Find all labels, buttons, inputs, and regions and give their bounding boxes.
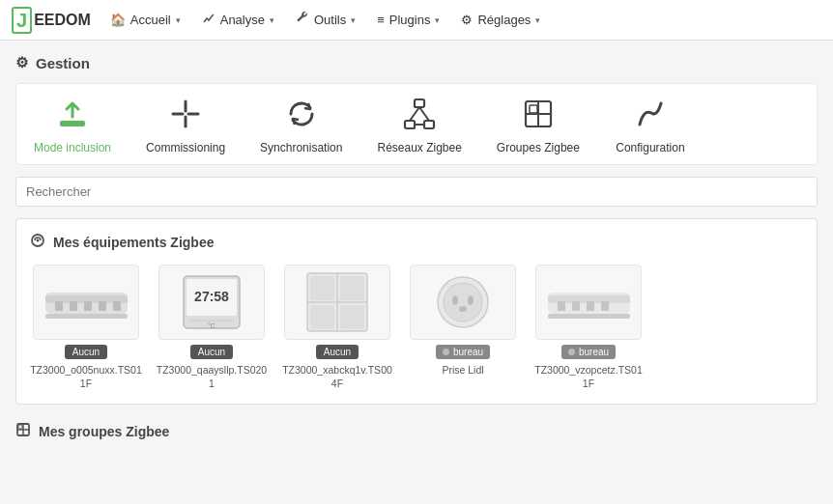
icon-toolbar: Mode inclusion Commissioning xyxy=(15,83,818,165)
nav-label-outils: Outils xyxy=(314,13,346,27)
svg-point-16 xyxy=(37,239,40,242)
svg-point-40 xyxy=(468,295,474,305)
search-input[interactable] xyxy=(15,177,818,207)
svg-text:°C: °C xyxy=(208,322,215,329)
badge-2: Aucun xyxy=(190,345,233,359)
socket-svg xyxy=(434,273,492,331)
svg-rect-52 xyxy=(18,425,22,429)
equip-img-box-3 xyxy=(284,265,390,340)
groupes-zigbee-label: Groupes Zigbee xyxy=(497,141,580,154)
equip-name-2: TZ3000_qaaysllp.TS0201 xyxy=(156,364,268,390)
svg-rect-21 xyxy=(84,301,92,311)
groupes-zigbee-icon xyxy=(520,96,557,135)
nav-item-outils[interactable]: Outils ▾ xyxy=(286,0,365,41)
equip-card-4[interactable]: bureau Prise Lidl xyxy=(407,265,519,378)
commissioning-label: Commissioning xyxy=(146,141,225,154)
navbar: J EEDOM 🏠 Accueil ▾ Analyse ▾ Outils ▾ ≡… xyxy=(0,0,833,41)
equip-img-box-5 xyxy=(535,265,642,340)
svg-rect-22 xyxy=(99,301,106,311)
equipements-title: Mes équipements Zigbee xyxy=(30,233,803,251)
svg-rect-14 xyxy=(530,105,537,113)
configuration-label: Configuration xyxy=(616,141,684,154)
svg-rect-35 xyxy=(310,305,334,329)
svg-line-9 xyxy=(419,107,429,121)
svg-point-38 xyxy=(444,283,482,322)
equip-card-1[interactable]: Aucun TZ3000_o005nuxx.TS011F xyxy=(30,265,142,390)
toolbar-mode-inclusion[interactable]: Mode inclusion xyxy=(16,84,129,164)
toolbar-groupes-zigbee[interactable]: Groupes Zigbee xyxy=(479,84,597,164)
svg-text:27:58: 27:58 xyxy=(194,289,229,304)
toolbar-synchronisation[interactable]: Synchronisation xyxy=(243,84,359,164)
synchronisation-label: Synchronisation xyxy=(260,141,342,154)
svg-rect-33 xyxy=(310,276,334,300)
equip-img-box-4 xyxy=(410,265,516,340)
home-icon: 🏠 xyxy=(110,13,126,27)
svg-rect-7 xyxy=(424,121,434,128)
groupes-icon xyxy=(15,422,31,440)
synchronisation-icon xyxy=(283,96,320,135)
equipements-grid: Aucun TZ3000_o005nuxx.TS011F 27:58 °C A xyxy=(30,265,803,390)
badge-4: bureau xyxy=(436,345,490,359)
equip-card-2[interactable]: 27:58 °C Aucun TZ3000_qaaysllp.TS0201 xyxy=(156,265,268,390)
outils-icon xyxy=(296,12,309,28)
svg-rect-19 xyxy=(55,301,63,311)
equip-card-5[interactable]: bureau TZ3000_vzopcetz.TS011F xyxy=(532,265,645,390)
svg-rect-23 xyxy=(113,301,121,311)
brand-logo[interactable]: J EEDOM xyxy=(12,7,91,34)
nav-item-plugins[interactable]: ≡ Plugins ▾ xyxy=(367,0,449,41)
nav-item-reglages[interactable]: ⚙ Réglages ▾ xyxy=(451,0,550,41)
nav-item-accueil[interactable]: 🏠 Accueil ▾ xyxy=(101,0,190,41)
main-content: ⚙ Gestion Mode inclusion xyxy=(0,41,833,504)
nav-label-analyse: Analyse xyxy=(220,13,265,27)
commissioning-icon xyxy=(167,96,204,135)
nav-label-plugins: Plugins xyxy=(389,13,431,27)
badge-5: bureau xyxy=(561,345,616,359)
powerstrip2-svg xyxy=(543,278,635,326)
reseaux-zigbee-label: Réseaux Zigbee xyxy=(377,141,461,154)
toolbar-configuration[interactable]: Configuration xyxy=(597,84,704,164)
plugins-icon: ≡ xyxy=(377,13,385,27)
equip-img-box-2: 27:58 °C xyxy=(158,265,265,340)
badge-1: Aucun xyxy=(65,345,107,359)
svg-rect-47 xyxy=(601,301,609,311)
svg-rect-46 xyxy=(587,301,594,311)
svg-point-39 xyxy=(452,295,458,305)
svg-rect-45 xyxy=(572,301,580,311)
svg-rect-44 xyxy=(558,301,565,311)
toolbar-reseaux-zigbee[interactable]: Réseaux Zigbee xyxy=(359,84,478,164)
caret-accueil: ▾ xyxy=(176,15,181,25)
equip-name-1: TZ3000_o005nuxx.TS011F xyxy=(30,364,142,390)
svg-rect-36 xyxy=(340,305,364,329)
thermometer-svg: 27:58 °C xyxy=(176,272,248,332)
svg-rect-48 xyxy=(548,314,630,319)
toolbar-commissioning[interactable]: Commissioning xyxy=(129,84,243,164)
configuration-icon xyxy=(632,96,669,135)
logo-j: J xyxy=(12,7,32,34)
mode-inclusion-label: Mode inclusion xyxy=(34,141,111,154)
reglages-icon: ⚙ xyxy=(461,13,473,27)
svg-rect-6 xyxy=(405,121,415,128)
svg-rect-20 xyxy=(70,301,77,311)
mode-inclusion-icon xyxy=(54,96,91,135)
caret-reglages: ▾ xyxy=(535,15,540,25)
groupes-section-title: Mes groupes Zigbee xyxy=(15,418,818,444)
svg-rect-34 xyxy=(340,276,364,300)
caret-plugins: ▾ xyxy=(435,15,440,25)
nav-label-accueil: Accueil xyxy=(130,13,171,27)
equip-card-3[interactable]: Aucun TZ3000_xabckq1v.TS004F xyxy=(281,265,393,390)
equip-section-icon xyxy=(30,233,45,251)
nav-label-reglages: Réglages xyxy=(477,13,531,27)
nav-item-analyse[interactable]: Analyse ▾ xyxy=(192,0,284,41)
equip-img-box-1 xyxy=(33,265,139,340)
analyse-icon xyxy=(202,12,215,28)
gestion-title: ⚙ Gestion xyxy=(15,54,818,71)
equip-name-4: Prise Lidl xyxy=(442,364,483,378)
caret-outils: ▾ xyxy=(351,15,356,25)
equipements-section: Mes équipements Zigbee xyxy=(15,218,818,405)
gear-icon: ⚙ xyxy=(15,54,28,71)
equip-name-3: TZ3000_xabckq1v.TS004F xyxy=(281,364,393,390)
svg-rect-0 xyxy=(60,121,85,126)
svg-rect-24 xyxy=(45,314,128,319)
equip-name-5: TZ3000_vzopcetz.TS011F xyxy=(532,364,645,390)
svg-point-41 xyxy=(459,306,467,312)
